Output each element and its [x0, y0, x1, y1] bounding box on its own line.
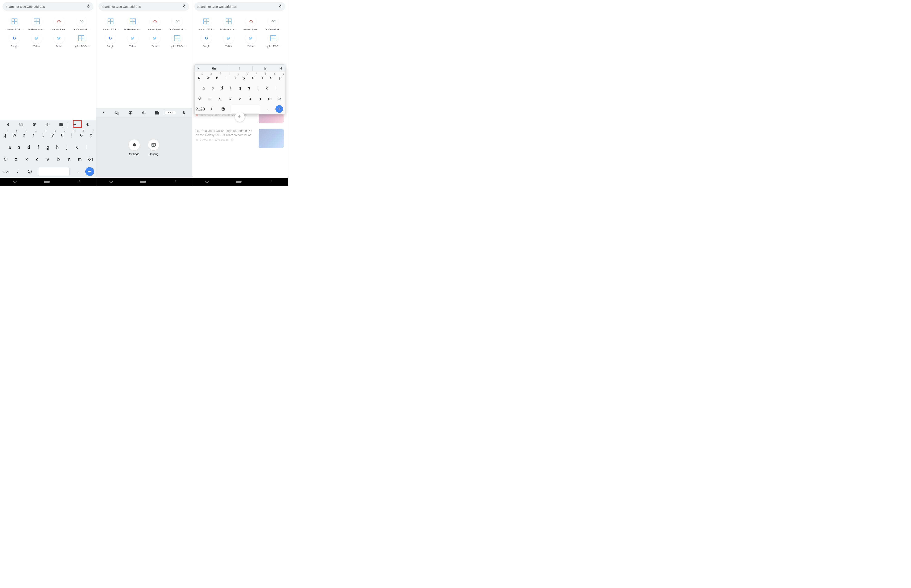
key-u[interactable]: u7: [249, 72, 258, 83]
period-key[interactable]: .: [262, 104, 274, 114]
key-t[interactable]: t5: [38, 129, 48, 141]
site-tile[interactable]: Internet Spee…: [241, 16, 261, 31]
expand-icon[interactable]: [194, 66, 202, 70]
site-tile[interactable]: Log In ‹ MSPo…: [71, 33, 92, 47]
site-tile[interactable]: GCGizCentral- G…: [263, 16, 283, 31]
palette-icon[interactable]: [28, 122, 41, 127]
backspace-key[interactable]: [275, 93, 285, 104]
symbols-key[interactable]: ?123: [0, 165, 12, 178]
key-n[interactable]: n: [64, 153, 74, 165]
nav-back-icon[interactable]: [206, 181, 208, 183]
nav-recent-icon[interactable]: [269, 179, 274, 184]
search-bar[interactable]: [99, 2, 189, 11]
slash-key[interactable]: /: [206, 104, 217, 114]
site-tile[interactable]: Anmol - MSP…: [196, 16, 217, 31]
site-tile[interactable]: Twitter: [49, 33, 70, 47]
key-i[interactable]: i8: [67, 129, 77, 141]
suggestion[interactable]: the: [202, 66, 227, 71]
site-tile[interactable]: Twitter: [145, 33, 165, 47]
key-t[interactable]: t5: [231, 72, 240, 83]
mic-icon[interactable]: [87, 4, 91, 9]
key-m[interactable]: m: [74, 153, 85, 165]
key-b[interactable]: b: [245, 93, 255, 104]
key-w[interactable]: w2: [10, 129, 19, 141]
key-k[interactable]: k: [262, 83, 272, 93]
key-d[interactable]: d: [24, 141, 34, 153]
site-tile[interactable]: GCGizCentral- G…: [71, 16, 92, 31]
site-tile[interactable]: Log In ‹ MSPo…: [263, 33, 283, 47]
toolbar-back-icon[interactable]: [1, 122, 15, 127]
mic-icon[interactable]: [177, 110, 190, 115]
site-tile[interactable]: Anmol - MSP…: [100, 16, 121, 31]
key-a[interactable]: a: [5, 141, 15, 153]
emoji-key[interactable]: [24, 165, 36, 178]
nav-back-icon[interactable]: [110, 181, 112, 183]
key-f[interactable]: f: [226, 83, 235, 93]
site-tile[interactable]: Internet Spee…: [145, 16, 165, 31]
mic-icon[interactable]: [81, 122, 94, 127]
article-card[interactable]: Here's a video walkthrough of Android Pi…: [192, 126, 288, 151]
key-q[interactable]: q1: [0, 129, 10, 141]
move-handle-icon[interactable]: [235, 112, 244, 122]
toolbar-back-icon[interactable]: [97, 110, 110, 115]
site-tile[interactable]: MSPoweruser…: [26, 16, 47, 31]
key-d[interactable]: d: [217, 83, 226, 93]
key-o[interactable]: o9: [77, 129, 86, 141]
key-s[interactable]: s: [14, 141, 24, 153]
key-e[interactable]: e3: [213, 72, 222, 83]
key-f[interactable]: f: [33, 141, 43, 153]
key-i[interactable]: i8: [258, 72, 267, 83]
sticker-icon[interactable]: [54, 122, 68, 127]
symbols-key[interactable]: ?123: [194, 104, 206, 114]
nav-recent-icon[interactable]: [173, 179, 178, 184]
key-x[interactable]: x: [21, 153, 32, 165]
key-h[interactable]: h: [244, 83, 253, 93]
search-input[interactable]: [5, 5, 87, 8]
key-x[interactable]: x: [215, 93, 225, 104]
keyboard[interactable]: q1w2e3r4t5y6u7i8o9p0asdfghjklzxcvbnm?123…: [0, 129, 96, 178]
search-input[interactable]: [102, 5, 183, 8]
mic-icon[interactable]: [182, 4, 186, 9]
key-p[interactable]: p0: [276, 72, 285, 83]
site-tile[interactable]: GGoogle: [196, 33, 217, 47]
nav-recent-icon[interactable]: [77, 179, 82, 184]
palette-icon[interactable]: [124, 110, 137, 115]
site-tile[interactable]: GGoogle: [4, 33, 25, 47]
key-r[interactable]: r4: [29, 129, 39, 141]
key-v[interactable]: v: [43, 153, 53, 165]
key-a[interactable]: a: [199, 83, 208, 93]
key-c[interactable]: c: [225, 93, 235, 104]
nav-home-icon[interactable]: [236, 181, 242, 183]
search-bar[interactable]: [194, 2, 285, 11]
site-tile[interactable]: MSPoweruser…: [218, 16, 239, 31]
key-m[interactable]: m: [265, 93, 275, 104]
floating-option[interactable]: Floating: [148, 139, 159, 156]
key-l[interactable]: l: [81, 141, 91, 153]
search-input[interactable]: [197, 5, 278, 8]
sticker-icon[interactable]: [150, 110, 163, 115]
space-key[interactable]: [228, 104, 262, 114]
slash-key[interactable]: /: [12, 165, 24, 178]
key-y[interactable]: y6: [48, 129, 58, 141]
key-o[interactable]: o9: [267, 72, 276, 83]
search-bar[interactable]: [3, 2, 93, 11]
translate-icon[interactable]: [15, 122, 28, 127]
key-l[interactable]: l: [272, 83, 280, 93]
key-n[interactable]: n: [255, 93, 265, 104]
site-tile[interactable]: GGoogle: [100, 33, 121, 47]
text-select-icon[interactable]: [41, 122, 54, 127]
key-z[interactable]: z: [205, 93, 215, 104]
shift-key[interactable]: [194, 93, 205, 104]
key-j[interactable]: j: [62, 141, 72, 153]
key-r[interactable]: r4: [222, 72, 231, 83]
key-c[interactable]: c: [32, 153, 43, 165]
site-tile[interactable]: Log In ‹ MSPo…: [167, 33, 188, 47]
more-icon[interactable]: [164, 111, 177, 115]
key-p[interactable]: p0: [86, 129, 96, 141]
mic-icon[interactable]: [278, 4, 282, 9]
site-tile[interactable]: Twitter: [123, 33, 143, 47]
key-e[interactable]: e3: [19, 129, 29, 141]
key-u[interactable]: u7: [57, 129, 67, 141]
key-v[interactable]: v: [235, 93, 245, 104]
settings-option[interactable]: Settings: [129, 139, 140, 156]
